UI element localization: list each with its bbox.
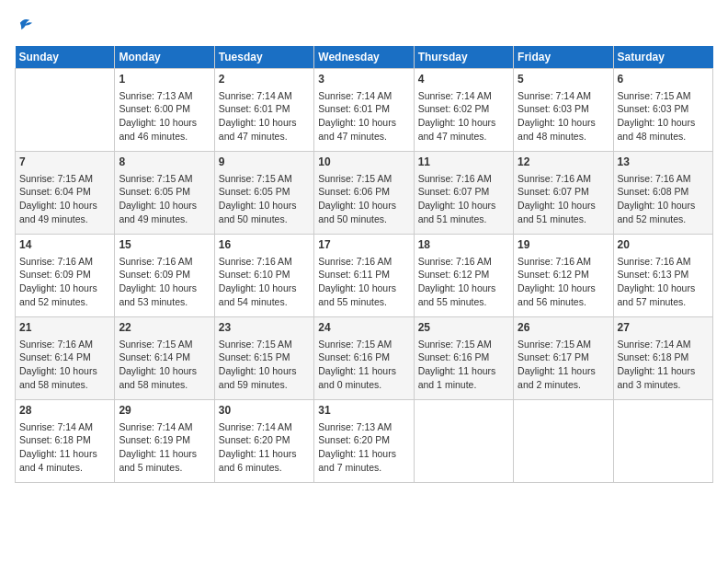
sunrise-text: Sunrise: 7:14 AM bbox=[318, 89, 409, 103]
sunset-text: Sunset: 6:15 PM bbox=[219, 350, 310, 364]
sunrise-text: Sunrise: 7:15 AM bbox=[219, 338, 310, 351]
sunset-text: Sunset: 6:01 PM bbox=[318, 102, 409, 116]
sunset-text: Sunset: 6:12 PM bbox=[518, 268, 609, 282]
day-number: 21 bbox=[19, 320, 110, 336]
calendar-week-row: 7Sunrise: 7:15 AMSunset: 6:04 PMDaylight… bbox=[16, 152, 713, 235]
daylight-text: Daylight: 11 hours and 4 minutes. bbox=[19, 447, 110, 474]
sunrise-text: Sunrise: 7:14 AM bbox=[518, 89, 609, 103]
sunrise-text: Sunrise: 7:14 AM bbox=[618, 338, 709, 351]
day-number: 8 bbox=[119, 155, 210, 170]
sunset-text: Sunset: 6:11 PM bbox=[318, 268, 409, 282]
sunset-text: Sunset: 6:17 PM bbox=[518, 350, 609, 364]
logo-bird-icon bbox=[15, 15, 35, 35]
sunrise-text: Sunrise: 7:14 AM bbox=[219, 89, 310, 103]
calendar-cell: 6Sunrise: 7:15 AMSunset: 6:03 PMDaylight… bbox=[613, 69, 712, 152]
daylight-text: Daylight: 11 hours and 5 minutes. bbox=[119, 447, 210, 474]
daylight-text: Daylight: 10 hours and 47 minutes. bbox=[418, 116, 509, 143]
day-number: 26 bbox=[518, 320, 609, 336]
daylight-text: Daylight: 10 hours and 52 minutes. bbox=[618, 199, 709, 225]
sunrise-text: Sunrise: 7:16 AM bbox=[318, 255, 409, 269]
day-number: 11 bbox=[418, 155, 509, 170]
daylight-text: Daylight: 10 hours and 55 minutes. bbox=[318, 282, 409, 308]
sunset-text: Sunset: 6:02 PM bbox=[418, 102, 509, 116]
sunset-text: Sunset: 6:00 PM bbox=[119, 102, 210, 116]
calendar-cell: 3Sunrise: 7:14 AMSunset: 6:01 PMDaylight… bbox=[314, 69, 414, 152]
calendar-cell: 20Sunrise: 7:16 AMSunset: 6:13 PMDayligh… bbox=[613, 235, 712, 317]
sunset-text: Sunset: 6:08 PM bbox=[618, 185, 709, 199]
day-number: 13 bbox=[618, 155, 709, 170]
sunset-text: Sunset: 6:12 PM bbox=[418, 268, 509, 282]
daylight-text: Daylight: 10 hours and 58 minutes. bbox=[19, 364, 110, 391]
sunset-text: Sunset: 6:04 PM bbox=[19, 185, 110, 199]
sunrise-text: Sunrise: 7:16 AM bbox=[418, 172, 509, 186]
daylight-text: Daylight: 10 hours and 49 minutes. bbox=[119, 199, 210, 225]
daylight-text: Daylight: 10 hours and 49 minutes. bbox=[19, 199, 110, 225]
calendar-cell: 18Sunrise: 7:16 AMSunset: 6:12 PMDayligh… bbox=[414, 235, 513, 317]
calendar-week-row: 28Sunrise: 7:14 AMSunset: 6:18 PMDayligh… bbox=[16, 400, 713, 483]
daylight-text: Daylight: 10 hours and 51 minutes. bbox=[518, 199, 609, 225]
day-number: 6 bbox=[618, 72, 709, 87]
page-header bbox=[15, 15, 713, 35]
calendar-header-row: SundayMondayTuesdayWednesdayThursdayFrid… bbox=[16, 46, 713, 69]
sunset-text: Sunset: 6:20 PM bbox=[219, 433, 310, 447]
day-number: 18 bbox=[418, 237, 509, 253]
daylight-text: Daylight: 10 hours and 50 minutes. bbox=[318, 199, 409, 225]
daylight-text: Daylight: 11 hours and 7 minutes. bbox=[318, 447, 409, 474]
day-number: 7 bbox=[19, 155, 110, 170]
sunset-text: Sunset: 6:10 PM bbox=[219, 268, 310, 282]
day-number: 5 bbox=[518, 72, 609, 87]
calendar-cell: 26Sunrise: 7:15 AMSunset: 6:17 PMDayligh… bbox=[514, 317, 613, 400]
sunset-text: Sunset: 6:03 PM bbox=[618, 102, 709, 116]
daylight-text: Daylight: 10 hours and 54 minutes. bbox=[219, 282, 310, 308]
sunrise-text: Sunrise: 7:16 AM bbox=[19, 338, 110, 351]
sunrise-text: Sunrise: 7:15 AM bbox=[318, 172, 409, 186]
calendar-cell: 17Sunrise: 7:16 AMSunset: 6:11 PMDayligh… bbox=[314, 235, 414, 317]
day-number: 16 bbox=[219, 237, 310, 253]
calendar-cell: 28Sunrise: 7:14 AMSunset: 6:18 PMDayligh… bbox=[16, 400, 115, 483]
calendar-week-row: 1Sunrise: 7:13 AMSunset: 6:00 PMDaylight… bbox=[16, 69, 713, 152]
calendar-cell: 24Sunrise: 7:15 AMSunset: 6:16 PMDayligh… bbox=[314, 317, 414, 400]
daylight-text: Daylight: 10 hours and 51 minutes. bbox=[418, 199, 509, 225]
daylight-text: Daylight: 11 hours and 0 minutes. bbox=[318, 364, 409, 391]
day-number: 9 bbox=[219, 155, 310, 170]
col-header-thursday: Thursday bbox=[414, 46, 513, 69]
day-number: 20 bbox=[618, 237, 709, 253]
day-number: 28 bbox=[19, 403, 110, 419]
daylight-text: Daylight: 10 hours and 59 minutes. bbox=[219, 364, 310, 391]
day-number: 10 bbox=[318, 155, 409, 170]
sunset-text: Sunset: 6:13 PM bbox=[618, 268, 709, 282]
sunrise-text: Sunrise: 7:14 AM bbox=[119, 420, 210, 434]
daylight-text: Daylight: 10 hours and 58 minutes. bbox=[119, 364, 210, 391]
sunset-text: Sunset: 6:07 PM bbox=[518, 185, 609, 199]
day-number: 15 bbox=[119, 237, 210, 253]
sunrise-text: Sunrise: 7:15 AM bbox=[318, 338, 409, 351]
daylight-text: Daylight: 10 hours and 55 minutes. bbox=[418, 282, 509, 308]
daylight-text: Daylight: 10 hours and 56 minutes. bbox=[518, 282, 609, 308]
col-header-wednesday: Wednesday bbox=[314, 46, 414, 69]
sunrise-text: Sunrise: 7:13 AM bbox=[318, 420, 409, 434]
calendar-cell: 19Sunrise: 7:16 AMSunset: 6:12 PMDayligh… bbox=[514, 235, 613, 317]
day-number: 12 bbox=[518, 155, 609, 170]
day-number: 19 bbox=[518, 237, 609, 253]
calendar-cell bbox=[16, 69, 115, 152]
calendar-cell: 5Sunrise: 7:14 AMSunset: 6:03 PMDaylight… bbox=[514, 69, 613, 152]
calendar-cell: 31Sunrise: 7:13 AMSunset: 6:20 PMDayligh… bbox=[314, 400, 414, 483]
day-number: 31 bbox=[318, 403, 409, 419]
calendar-week-row: 14Sunrise: 7:16 AMSunset: 6:09 PMDayligh… bbox=[16, 235, 713, 317]
sunset-text: Sunset: 6:18 PM bbox=[618, 350, 709, 364]
calendar-cell: 27Sunrise: 7:14 AMSunset: 6:18 PMDayligh… bbox=[613, 317, 712, 400]
sunrise-text: Sunrise: 7:16 AM bbox=[518, 172, 609, 186]
calendar-cell: 10Sunrise: 7:15 AMSunset: 6:06 PMDayligh… bbox=[314, 152, 414, 235]
day-number: 25 bbox=[418, 320, 509, 336]
sunrise-text: Sunrise: 7:16 AM bbox=[618, 172, 709, 186]
col-header-tuesday: Tuesday bbox=[214, 46, 313, 69]
calendar-cell: 29Sunrise: 7:14 AMSunset: 6:19 PMDayligh… bbox=[115, 400, 214, 483]
calendar-cell: 7Sunrise: 7:15 AMSunset: 6:04 PMDaylight… bbox=[16, 152, 115, 235]
calendar-cell: 11Sunrise: 7:16 AMSunset: 6:07 PMDayligh… bbox=[414, 152, 513, 235]
sunset-text: Sunset: 6:09 PM bbox=[119, 268, 210, 282]
sunset-text: Sunset: 6:16 PM bbox=[318, 350, 409, 364]
sunset-text: Sunset: 6:01 PM bbox=[219, 102, 310, 116]
sunset-text: Sunset: 6:07 PM bbox=[418, 185, 509, 199]
day-number: 30 bbox=[219, 403, 310, 419]
calendar-cell: 1Sunrise: 7:13 AMSunset: 6:00 PMDaylight… bbox=[115, 69, 214, 152]
